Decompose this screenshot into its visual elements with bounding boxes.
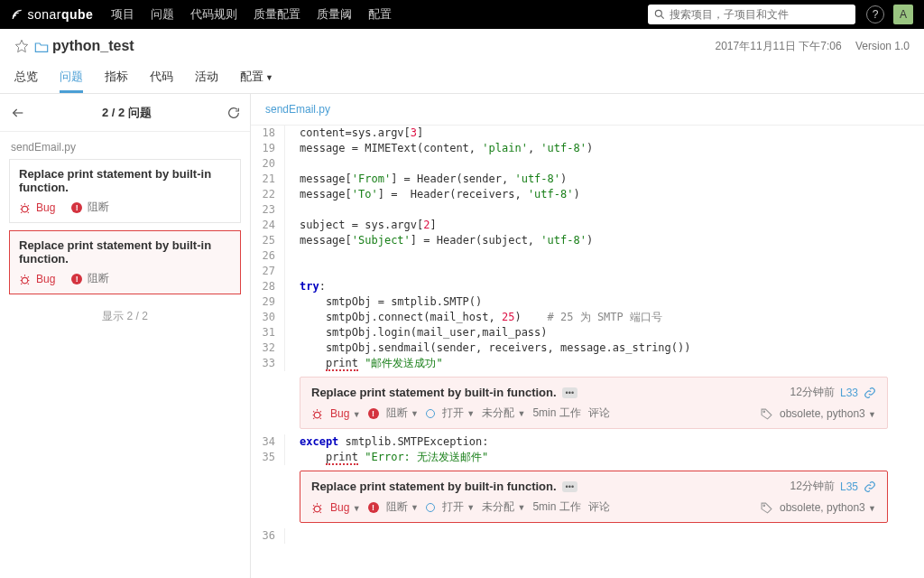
issue-status-dropdown[interactable]: 打开 ▼ [442, 499, 475, 515]
project-tabs: 总览问题指标代码活动配置▼ [14, 63, 910, 93]
issue-type-dropdown[interactable]: Bug ▼ [330, 501, 361, 514]
line-number: 32 [251, 340, 285, 356]
folder-icon [34, 39, 49, 53]
issue-line-link[interactable]: L35 [840, 480, 858, 493]
refresh-icon[interactable] [226, 105, 241, 120]
issue-status-dropdown[interactable]: 打开 ▼ [442, 406, 475, 421]
tab-总览[interactable]: 总览 [14, 63, 38, 93]
code-line: 35 print "Error: 无法发送邮件" [251, 450, 924, 465]
svg-line-22 [313, 411, 314, 412]
svg-line-10 [21, 211, 22, 212]
permalink-icon[interactable] [864, 480, 876, 493]
tab-代码[interactable]: 代码 [150, 63, 173, 93]
code-line: 23 [251, 202, 924, 218]
code-line: 36 [251, 528, 924, 544]
line-number: 35 [251, 450, 285, 465]
line-number: 29 [251, 294, 285, 310]
issue-type-dropdown[interactable]: Bug ▼ [330, 407, 361, 420]
tab-问题[interactable]: 问题 [60, 63, 83, 93]
svg-line-6 [21, 205, 22, 206]
inline-issue-title: Replace print statement by built-in func… [311, 480, 557, 493]
search-input[interactable] [670, 8, 850, 21]
issue-severity-dropdown[interactable]: 阻断 ▼ [386, 499, 419, 515]
svg-line-19 [28, 283, 29, 284]
issue-tags-dropdown[interactable]: obsolete, python3 ▼ [780, 501, 876, 514]
nav-item-5[interactable]: 配置 [368, 7, 392, 21]
svg-line-27 [320, 417, 321, 418]
svg-line-31 [313, 505, 314, 506]
severity-icon: ! [368, 408, 379, 419]
help-icon[interactable]: ? [866, 5, 884, 23]
search-icon [653, 8, 666, 21]
code-line: 29 smtpObj = smtplib.SMTP() [251, 294, 924, 310]
avatar[interactable]: A [893, 5, 913, 24]
issue-tags-dropdown[interactable]: obsolete, python3 ▼ [780, 407, 876, 420]
issue-comments[interactable]: 评论 [588, 499, 610, 515]
issue-card[interactable]: Replace print statement by built-in func… [9, 159, 241, 223]
more-icon[interactable]: ••• [562, 387, 578, 398]
line-number: 21 [251, 172, 285, 187]
code-line: 24subject = sys.argv[2] [251, 218, 924, 233]
line-number: 36 [251, 528, 285, 544]
permalink-icon[interactable] [864, 386, 876, 399]
line-number: 23 [251, 202, 285, 218]
inline-issue: Replace print statement by built-in func… [300, 377, 888, 429]
nav-item-2[interactable]: 代码规则 [190, 7, 237, 21]
tab-配置[interactable]: 配置▼ [240, 63, 273, 93]
sidebar-file-path: sendEmail.py [0, 132, 250, 159]
issue-severity-dropdown[interactable]: 阻断 ▼ [386, 406, 419, 421]
line-number: 19 [251, 141, 285, 156]
svg-line-23 [320, 411, 321, 412]
line-number: 31 [251, 325, 285, 340]
tab-指标[interactable]: 指标 [105, 63, 128, 93]
code-line: 33 print "邮件发送成功" [251, 356, 924, 371]
svg-line-1 [661, 15, 663, 18]
line-number: 34 [251, 434, 285, 450]
code-line: 30 smtpObj.connect(mail_host, 25) # 25 为… [251, 310, 924, 325]
sidebar-footer: 显示 2 / 2 [0, 302, 250, 331]
more-icon[interactable]: ••• [562, 481, 578, 492]
file-tab[interactable]: sendEmail.py [251, 94, 924, 126]
svg-point-4 [22, 206, 28, 212]
nav-item-3[interactable]: 质量配置 [254, 7, 300, 21]
project-header: python_test 2017年11月11日 下午7:06 Version 1… [0, 29, 924, 94]
line-number: 20 [251, 156, 285, 172]
tab-活动[interactable]: 活动 [195, 63, 218, 93]
code-line: 20 [251, 156, 924, 172]
svg-line-32 [320, 505, 321, 506]
svg-point-28 [763, 411, 765, 413]
issue-title: Replace print statement by built-in func… [19, 167, 231, 194]
issue-card[interactable]: Replace print statement by built-in func… [9, 230, 241, 294]
svg-line-7 [28, 205, 29, 206]
svg-point-20 [314, 412, 320, 418]
svg-line-15 [28, 276, 29, 277]
issue-effort: 5min 工作 [532, 406, 580, 421]
nav-item-0[interactable]: 项目 [111, 7, 134, 21]
topnav: sonarqube 项目问题代码规则质量配置质量阈配置 ? A [0, 0, 924, 29]
nav-item-4[interactable]: 质量阈 [317, 7, 352, 21]
issue-type: Bug [36, 201, 55, 214]
svg-line-18 [21, 283, 22, 284]
star-icon[interactable] [14, 39, 29, 54]
code-line: 19message = MIMEText(content, 'plain', '… [251, 141, 924, 156]
severity-icon: ! [71, 274, 82, 284]
nav-item-1[interactable]: 问题 [151, 7, 174, 21]
code-line: 34except smtplib.SMTPException: [251, 434, 924, 450]
logo[interactable]: sonarqube [11, 7, 93, 22]
svg-point-12 [22, 277, 28, 284]
issue-comments[interactable]: 评论 [588, 406, 610, 421]
issue-title: Replace print statement by built-in func… [19, 238, 231, 266]
svg-line-14 [21, 276, 22, 277]
issue-assignee-dropdown[interactable]: 未分配 ▼ [482, 406, 525, 421]
project-name[interactable]: python_test [52, 38, 134, 54]
back-arrow-icon[interactable] [9, 103, 27, 122]
issue-age: 12分钟前 [790, 479, 835, 494]
code-line: 22message['To'] = Header(receivers, 'utf… [251, 187, 924, 202]
issue-assignee-dropdown[interactable]: 未分配 ▼ [482, 499, 525, 515]
issue-line-link[interactable]: L33 [840, 387, 858, 399]
svg-line-35 [313, 511, 314, 512]
project-date: 2017年11月11日 下午7:06 [716, 40, 842, 52]
bug-icon [311, 406, 323, 419]
line-number: 22 [251, 187, 285, 202]
search-box[interactable] [648, 5, 855, 24]
